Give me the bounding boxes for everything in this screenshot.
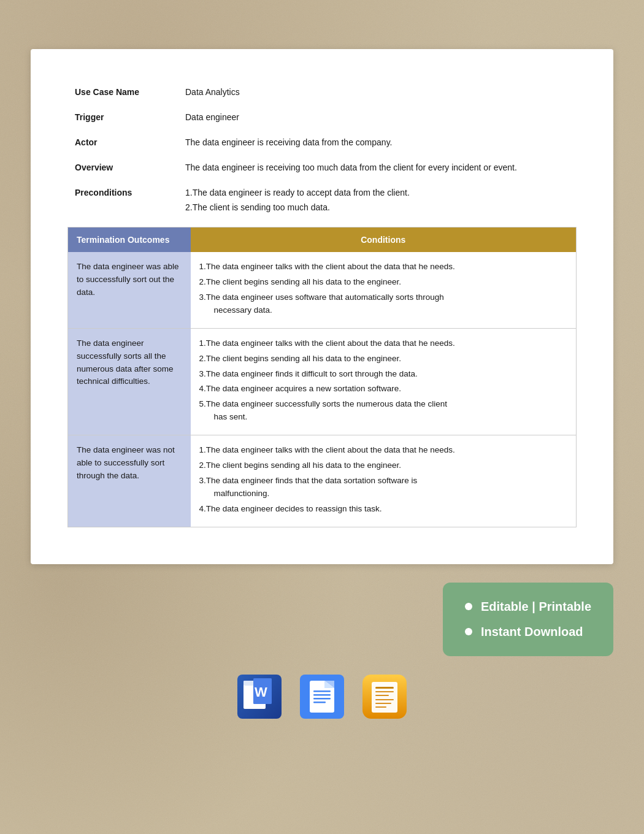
value-overview: The data engineer is receiving too much …: [178, 155, 577, 180]
table-row: The data engineer was not able to succes…: [68, 435, 577, 527]
svg-rect-9: [313, 694, 331, 696]
svg-rect-17: [375, 691, 394, 692]
precondition-1: 1.The data engineer is ready to accept d…: [185, 186, 569, 199]
bullet-icon: [465, 603, 472, 610]
info-row-use-case-name: Use Case Name Data Analytics: [67, 80, 577, 105]
info-table: Use Case Name Data Analytics Trigger Dat…: [67, 80, 577, 222]
conditions-list-0: 1.The data engineer talks with the clien…: [199, 261, 568, 317]
table-header-row: Termination Outcomes Conditions: [68, 228, 577, 253]
table-row: The data engineer was able to successful…: [68, 252, 577, 328]
app-icons-section: W: [31, 656, 613, 731]
condition-item: 4.The data engineer acquires a new sorta…: [199, 383, 568, 396]
svg-rect-10: [313, 698, 331, 700]
condition-item: 1.The data engineer talks with the clien…: [199, 337, 568, 350]
badge-item-editable: Editable | Printable: [465, 600, 591, 614]
badge-section: Editable | Printable Instant Download: [31, 583, 613, 656]
termination-header: Termination Outcomes: [68, 228, 191, 253]
info-row-overview: Overview The data engineer is receiving …: [67, 155, 577, 180]
value-actor: The data engineer is receiving data from…: [178, 130, 577, 155]
termination-cell-1: The data engineer successfully sorts all…: [68, 328, 191, 435]
svg-rect-20: [375, 703, 391, 704]
conditions-cell-1: 1.The data engineer talks with the clien…: [191, 328, 577, 435]
condition-item: 3.The data engineer uses software that a…: [199, 291, 568, 317]
bullet-icon-2: [465, 628, 472, 635]
condition-item: 3.The data engineer finds it difficult t…: [199, 368, 568, 381]
condition-item: 4.The data engineer decides to reassign …: [199, 503, 568, 516]
svg-rect-21: [375, 706, 386, 708]
conditions-list-1: 1.The data engineer talks with the clien…: [199, 337, 568, 424]
svg-rect-15: [372, 682, 397, 713]
condition-item: 1.The data engineer talks with the clien…: [199, 261, 568, 274]
table-row: The data engineer successfully sorts all…: [68, 328, 577, 435]
label-trigger: Trigger: [67, 105, 178, 130]
info-row-trigger: Trigger Data engineer: [67, 105, 577, 130]
condition-item: 1.The data engineer talks with the clien…: [199, 444, 568, 457]
page-container: Use Case Name Data Analytics Trigger Dat…: [0, 0, 644, 768]
condition-item: 3.The data engineer finds that the data …: [199, 475, 568, 500]
condition-item: 2.The client begins sending all his data…: [199, 353, 568, 365]
termination-cell-0: The data engineer was able to successful…: [68, 252, 191, 328]
feature-badge: Editable | Printable Instant Download: [443, 583, 613, 656]
info-row-actor: Actor The data engineer is receiving dat…: [67, 130, 577, 155]
badge-label-download: Instant Download: [481, 625, 583, 639]
conditions-cell-2: 1.The data engineer talks with the clien…: [191, 435, 577, 527]
label-overview: Overview: [67, 155, 178, 180]
badge-item-download: Instant Download: [465, 625, 591, 639]
precondition-2: 2.The client is sending too much data.: [185, 201, 569, 214]
svg-rect-18: [375, 695, 389, 696]
word-icon: W: [237, 675, 282, 719]
svg-rect-16: [375, 687, 394, 689]
svg-rect-8: [313, 691, 331, 692]
termination-cell-2: The data engineer was not able to succes…: [68, 435, 191, 527]
document-card: Use Case Name Data Analytics Trigger Dat…: [31, 49, 613, 564]
value-preconditions: 1.The data engineer is ready to accept d…: [178, 180, 577, 222]
svg-text:W: W: [255, 684, 267, 700]
condition-item: 5.The data engineer successfully sorts t…: [199, 398, 568, 424]
label-preconditions: Preconditions: [67, 180, 178, 222]
conditions-cell-0: 1.The data engineer talks with the clien…: [191, 252, 577, 328]
svg-rect-19: [375, 699, 394, 700]
conditions-header: Conditions: [191, 228, 577, 253]
preconditions-list: 1.The data engineer is ready to accept d…: [185, 186, 569, 214]
pages-icon: [362, 675, 407, 719]
label-use-case-name: Use Case Name: [67, 80, 178, 105]
conditions-list-2: 1.The data engineer talks with the clien…: [199, 444, 568, 516]
value-use-case-name: Data Analytics: [178, 80, 577, 105]
label-actor: Actor: [67, 130, 178, 155]
gdocs-icon: [300, 675, 344, 719]
svg-rect-11: [313, 702, 326, 703]
info-row-preconditions: Preconditions 1.The data engineer is rea…: [67, 180, 577, 222]
value-trigger: Data engineer: [178, 105, 577, 130]
badge-label-editable: Editable | Printable: [481, 600, 591, 614]
condition-item: 2.The client begins sending all his data…: [199, 276, 568, 289]
main-table: Termination Outcomes Conditions The data…: [67, 227, 577, 527]
condition-item: 2.The client begins sending all his data…: [199, 459, 568, 472]
